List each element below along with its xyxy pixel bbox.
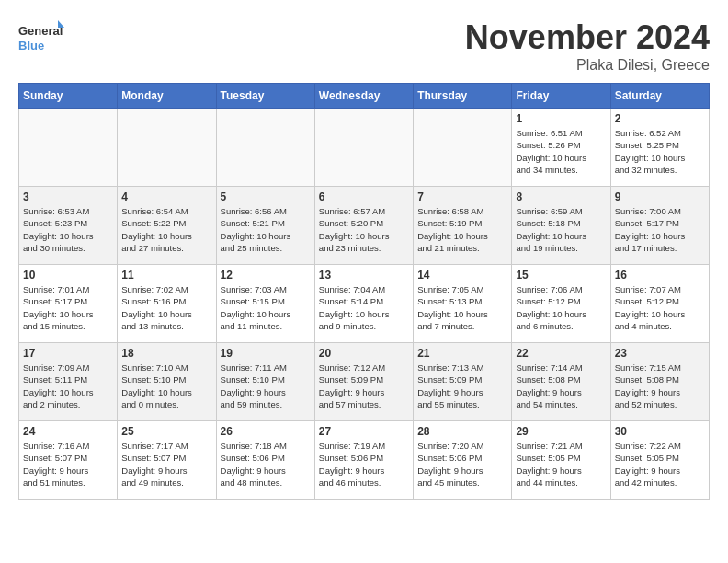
day-info: Sunrise: 7:14 AMSunset: 5:08 PMDaylight:…: [516, 362, 606, 410]
calendar-cell: 15Sunrise: 7:06 AMSunset: 5:12 PMDayligh…: [512, 265, 610, 343]
calendar-cell: 12Sunrise: 7:03 AMSunset: 5:15 PMDayligh…: [216, 265, 314, 343]
weekday-header-tuesday: Tuesday: [216, 84, 314, 109]
calendar-cell: 13Sunrise: 7:04 AMSunset: 5:14 PMDayligh…: [314, 265, 413, 343]
day-info: Sunrise: 7:13 AMSunset: 5:09 PMDaylight:…: [417, 362, 507, 410]
calendar-cell: 29Sunrise: 7:21 AMSunset: 5:05 PMDayligh…: [512, 421, 610, 500]
calendar-cell: 1Sunrise: 6:51 AMSunset: 5:26 PMDaylight…: [512, 109, 610, 187]
calendar-week-2: 3Sunrise: 6:53 AMSunset: 5:23 PMDaylight…: [19, 187, 710, 265]
location-subtitle: Plaka Dilesi, Greece: [465, 57, 710, 74]
day-number: 28: [417, 425, 507, 438]
day-info: Sunrise: 7:18 AMSunset: 5:06 PMDaylight:…: [221, 440, 311, 488]
calendar-cell: 24Sunrise: 7:16 AMSunset: 5:07 PMDayligh…: [19, 421, 118, 500]
calendar-cell: 23Sunrise: 7:15 AMSunset: 5:08 PMDayligh…: [610, 343, 709, 421]
day-number: 16: [615, 269, 705, 282]
calendar-cell: 19Sunrise: 7:11 AMSunset: 5:10 PMDayligh…: [216, 343, 314, 421]
calendar-table: SundayMondayTuesdayWednesdayThursdayFrid…: [18, 83, 710, 500]
calendar-cell: 8Sunrise: 6:59 AMSunset: 5:18 PMDaylight…: [512, 187, 610, 265]
calendar-cell: 20Sunrise: 7:12 AMSunset: 5:09 PMDayligh…: [314, 343, 413, 421]
weekday-header-row: SundayMondayTuesdayWednesdayThursdayFrid…: [19, 84, 710, 109]
day-number: 18: [121, 347, 211, 360]
day-number: 22: [516, 347, 606, 360]
day-number: 9: [615, 190, 705, 203]
title-block: November 2024 Plaka Dilesi, Greece: [465, 18, 710, 74]
svg-text:General: General: [18, 24, 63, 38]
day-info: Sunrise: 7:16 AMSunset: 5:07 PMDaylight:…: [23, 440, 113, 488]
day-info: Sunrise: 7:05 AMSunset: 5:13 PMDaylight:…: [417, 283, 507, 332]
day-info: Sunrise: 6:56 AMSunset: 5:21 PMDaylight:…: [221, 205, 311, 254]
day-info: Sunrise: 7:09 AMSunset: 5:11 PMDaylight:…: [23, 362, 113, 410]
logo: General Blue: [18, 18, 64, 60]
calendar-cell: 28Sunrise: 7:20 AMSunset: 5:06 PMDayligh…: [414, 421, 512, 500]
day-info: Sunrise: 7:22 AMSunset: 5:05 PMDaylight:…: [615, 440, 705, 488]
day-number: 29: [516, 425, 606, 438]
weekday-header-monday: Monday: [118, 84, 216, 109]
day-info: Sunrise: 6:57 AMSunset: 5:20 PMDaylight:…: [319, 205, 409, 254]
day-number: 19: [221, 347, 311, 360]
calendar-cell: [19, 109, 118, 187]
day-number: 21: [417, 347, 507, 360]
day-number: 17: [23, 347, 113, 360]
weekday-header-sunday: Sunday: [19, 84, 118, 109]
day-number: 12: [221, 269, 311, 282]
day-number: 7: [417, 190, 507, 203]
month-title: November 2024: [465, 18, 710, 57]
calendar-cell: 30Sunrise: 7:22 AMSunset: 5:05 PMDayligh…: [610, 421, 709, 500]
day-info: Sunrise: 7:02 AMSunset: 5:16 PMDaylight:…: [121, 283, 211, 332]
calendar-week-3: 10Sunrise: 7:01 AMSunset: 5:17 PMDayligh…: [19, 265, 710, 343]
weekday-header-saturday: Saturday: [610, 84, 709, 109]
day-number: 13: [319, 269, 409, 282]
day-number: 4: [121, 190, 211, 203]
day-info: Sunrise: 7:11 AMSunset: 5:10 PMDaylight:…: [221, 362, 311, 410]
svg-text:Blue: Blue: [18, 39, 44, 52]
calendar-cell: 11Sunrise: 7:02 AMSunset: 5:16 PMDayligh…: [118, 265, 216, 343]
calendar-cell: [414, 109, 512, 187]
calendar-cell: [216, 109, 314, 187]
day-number: 3: [23, 190, 113, 203]
day-info: Sunrise: 6:58 AMSunset: 5:19 PMDaylight:…: [417, 205, 507, 254]
calendar-cell: 3Sunrise: 6:53 AMSunset: 5:23 PMDaylight…: [19, 187, 118, 265]
day-info: Sunrise: 6:51 AMSunset: 5:26 PMDaylight:…: [516, 127, 606, 176]
calendar-week-4: 17Sunrise: 7:09 AMSunset: 5:11 PMDayligh…: [19, 343, 710, 421]
day-info: Sunrise: 7:17 AMSunset: 5:07 PMDaylight:…: [121, 440, 211, 488]
day-number: 15: [516, 269, 606, 282]
calendar-cell: 14Sunrise: 7:05 AMSunset: 5:13 PMDayligh…: [414, 265, 512, 343]
calendar-cell: 10Sunrise: 7:01 AMSunset: 5:17 PMDayligh…: [19, 265, 118, 343]
day-number: 14: [417, 269, 507, 282]
day-info: Sunrise: 7:19 AMSunset: 5:06 PMDaylight:…: [319, 440, 409, 488]
weekday-header-friday: Friday: [512, 84, 610, 109]
day-info: Sunrise: 7:07 AMSunset: 5:12 PMDaylight:…: [615, 283, 705, 332]
calendar-cell: 18Sunrise: 7:10 AMSunset: 5:10 PMDayligh…: [118, 343, 216, 421]
day-number: 24: [23, 425, 113, 438]
day-number: 5: [221, 190, 311, 203]
calendar-cell: 25Sunrise: 7:17 AMSunset: 5:07 PMDayligh…: [118, 421, 216, 500]
day-number: 11: [121, 269, 211, 282]
page-header: General Blue November 2024 Plaka Dilesi,…: [18, 18, 710, 74]
weekday-header-wednesday: Wednesday: [314, 84, 413, 109]
day-number: 27: [319, 425, 409, 438]
day-number: 25: [121, 425, 211, 438]
day-number: 10: [23, 269, 113, 282]
calendar-cell: 22Sunrise: 7:14 AMSunset: 5:08 PMDayligh…: [512, 343, 610, 421]
day-number: 30: [615, 425, 705, 438]
calendar-cell: 9Sunrise: 7:00 AMSunset: 5:17 PMDaylight…: [610, 187, 709, 265]
day-number: 23: [615, 347, 705, 360]
weekday-header-thursday: Thursday: [414, 84, 512, 109]
calendar-cell: 5Sunrise: 6:56 AMSunset: 5:21 PMDaylight…: [216, 187, 314, 265]
calendar-cell: 17Sunrise: 7:09 AMSunset: 5:11 PMDayligh…: [19, 343, 118, 421]
calendar-cell: 26Sunrise: 7:18 AMSunset: 5:06 PMDayligh…: [216, 421, 314, 500]
day-info: Sunrise: 7:21 AMSunset: 5:05 PMDaylight:…: [516, 440, 606, 488]
day-number: 8: [516, 190, 606, 203]
calendar-cell: 2Sunrise: 6:52 AMSunset: 5:25 PMDaylight…: [610, 109, 709, 187]
svg-marker-2: [58, 20, 64, 28]
day-info: Sunrise: 7:04 AMSunset: 5:14 PMDaylight:…: [319, 283, 409, 332]
calendar-cell: 27Sunrise: 7:19 AMSunset: 5:06 PMDayligh…: [314, 421, 413, 500]
day-info: Sunrise: 7:20 AMSunset: 5:06 PMDaylight:…: [417, 440, 507, 488]
day-info: Sunrise: 7:00 AMSunset: 5:17 PMDaylight:…: [615, 205, 705, 254]
day-info: Sunrise: 7:12 AMSunset: 5:09 PMDaylight:…: [319, 362, 409, 410]
day-info: Sunrise: 6:52 AMSunset: 5:25 PMDaylight:…: [615, 127, 705, 176]
day-info: Sunrise: 6:53 AMSunset: 5:23 PMDaylight:…: [23, 205, 113, 254]
day-info: Sunrise: 7:06 AMSunset: 5:12 PMDaylight:…: [516, 283, 606, 332]
day-info: Sunrise: 7:01 AMSunset: 5:17 PMDaylight:…: [23, 283, 113, 332]
day-number: 2: [615, 112, 705, 125]
calendar-cell: [314, 109, 413, 187]
